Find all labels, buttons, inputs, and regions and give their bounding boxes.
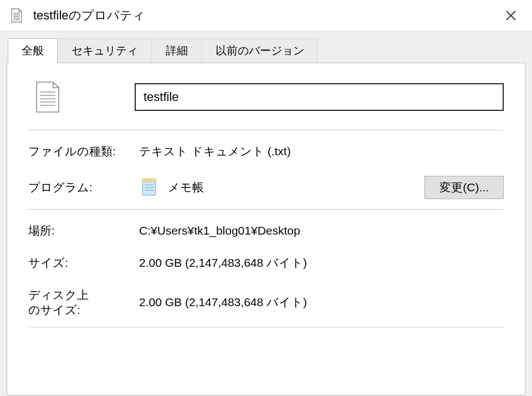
svg-point-14 [144,180,145,181]
svg-rect-12 [142,181,156,195]
size-row: サイズ: 2.00 GB (2,147,483,648 バイト) [28,255,504,271]
divider [28,327,504,327]
divider [28,209,504,210]
tab-general[interactable]: 全般 [8,38,58,63]
tab-previous-versions[interactable]: 以前のバージョン [202,38,318,63]
file-header-row [28,80,504,114]
tab-details[interactable]: 詳細 [152,38,202,63]
svg-point-18 [153,180,154,181]
notepad-icon [139,177,159,197]
file-type-label: ファイルの種類: [28,144,139,159]
client-area: 全般 セキュリティ 詳細 以前のバージョン ファイルの種類: [0,31,532,396]
location-row: 場所: C:¥Users¥tk1_blog01¥Desktop [28,223,504,238]
file-type-value: テキスト ドキュメント (.txt) [139,144,504,159]
tab-strip: 全般 セキュリティ 詳細 以前のバージョン [8,38,525,63]
file-icon [10,8,23,23]
filename-input[interactable] [135,83,504,111]
size-label: サイズ: [28,255,139,271]
size-value: 2.00 GB (2,147,483,648 バイト) [139,255,504,271]
divider [28,130,504,130]
titlebar: testfileのプロパティ [0,0,532,31]
file-type-icon [33,80,63,114]
program-label: プログラム: [28,180,139,195]
svg-point-15 [146,180,147,181]
size-on-disk-value: 2.00 GB (2,147,483,648 バイト) [139,295,504,310]
svg-point-16 [149,180,150,181]
tab-content-general: ファイルの種類: テキスト ドキュメント (.txt) プログラム: [7,63,525,395]
program-row: プログラム: メモ帳 変更(C)... [28,176,504,199]
size-on-disk-row: ディスク上 のサイズ: 2.00 GB (2,147,483,648 バイト) [28,287,504,318]
tab-security[interactable]: セキュリティ [58,38,152,63]
program-value: メモ帳 [168,180,424,195]
location-label: 場所: [28,223,139,238]
change-program-button[interactable]: 変更(C)... [424,176,504,199]
size-on-disk-label: ディスク上 のサイズ: [28,287,139,318]
svg-point-17 [151,180,152,181]
location-value: C:¥Users¥tk1_blog01¥Desktop [139,224,504,237]
close-button[interactable] [500,4,522,27]
file-type-row: ファイルの種類: テキスト ドキュメント (.txt) [28,144,504,159]
window-title: testfileのプロパティ [33,7,500,24]
